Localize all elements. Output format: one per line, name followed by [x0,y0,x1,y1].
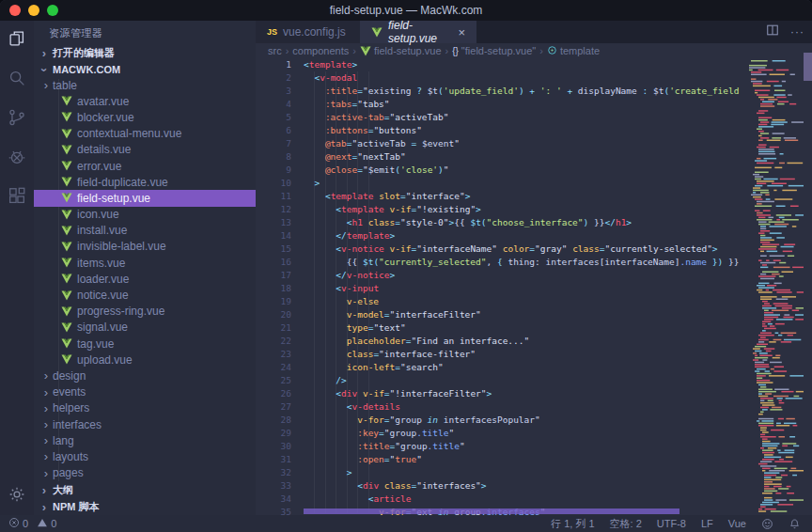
tree-file-tag.vue[interactable]: tag.vue [34,336,256,352]
vertical-scrollbar[interactable] [804,53,812,81]
activity-source-control[interactable] [0,100,34,139]
code-line-8[interactable]: 8 @next="nextTab" [256,150,812,164]
code-line-16[interactable]: 16 {{ $t("currently_selected", { thing: … [256,256,812,269]
tree-file-error.vue[interactable]: error.vue [34,158,256,174]
code-line-30[interactable]: 30 :title="group.title" [256,440,812,453]
cursor-position[interactable]: 行 1, 列 1 [551,517,594,531]
tree-file-loader.vue[interactable]: loader.vue [34,271,256,287]
tree-file-blocker.vue[interactable]: blocker.vue [34,109,256,125]
code-line-24[interactable]: 24 icon-left="search" [256,361,812,374]
code-line-1[interactable]: 1<template> [256,58,812,71]
code-line-9[interactable]: 9 @close="$emit('close')" [256,164,812,177]
tree-folder-lang[interactable]: ›lang [34,432,256,448]
code-line-23[interactable]: 23 class="interface-filter" [256,348,812,361]
eol-setting[interactable]: LF [701,518,713,529]
breadcrumb-item-field-setup.vue[interactable]: field-setup.vue [360,45,442,56]
indentation-setting[interactable]: 空格: 2 [610,517,642,531]
tree-file-details.vue[interactable]: details.vue [34,142,256,158]
vue-file-icon [360,46,371,56]
code-line-3[interactable]: 3 :title="existing ? $t('update_field') … [256,85,812,98]
code-line-32[interactable]: 32 > [256,466,812,479]
tab-field-setup-vue[interactable]: field-setup.vue × [360,21,476,43]
tree-folder-pages[interactable]: ›pages [34,465,256,481]
breadcrumb-item-src[interactable]: src [268,45,282,56]
tree-file-icon.vue[interactable]: icon.vue [34,207,256,223]
tree-folder-layouts[interactable]: ›layouts [34,448,256,464]
code-editor[interactable]: 1<template>2 <v-modal3 :title="existing … [256,58,812,515]
code-line-11[interactable]: 11 <template slot="interface"> [256,190,812,203]
code-line-18[interactable]: 18 <v-input [256,282,812,295]
vue-file-icon [61,306,72,317]
code-line-22[interactable]: 22 placeholder="Find an interface..." [256,335,812,348]
tree-folder-interfaces[interactable]: ›interfaces [34,416,256,432]
code-line-34[interactable]: 34 <article [256,493,812,506]
tree-file-notice.vue[interactable]: notice.vue [34,287,256,303]
code-line-15[interactable]: 15 <v-notice v-if="interfaceName" color=… [256,243,812,256]
tree-file-items.vue[interactable]: items.vue [34,255,256,271]
minimize-window-button[interactable] [28,5,39,16]
split-editor-icon[interactable] [766,23,779,40]
activity-explorer[interactable] [0,21,34,60]
code-line-12[interactable]: 12 <template v-if="!existing"> [256,203,812,216]
encoding-setting[interactable]: UTF-8 [657,518,686,529]
line-number: 20 [256,308,291,321]
outline-section[interactable]: › 大纲 [34,481,256,498]
code-line-13[interactable]: 13 <h1 class="style-0">{{ $t("choose_int… [256,216,812,229]
tree-file-contextual-menu.vue[interactable]: contextual-menu.vue [34,126,256,142]
tree-file-upload.vue[interactable]: upload.vue [34,352,256,368]
activity-extensions[interactable] [0,179,34,218]
tree-file-avatar.vue[interactable]: avatar.vue [34,93,256,109]
code-line-28[interactable]: 28 v-for="group in interfacesPopular" [256,414,812,427]
code-line-26[interactable]: 26 <div v-if="!interfaceFilter"> [256,387,812,400]
code-line-14[interactable]: 14 </template> [256,229,812,243]
code-line-20[interactable]: 20 v-model="interfaceFilter" [256,308,812,321]
npm-scripts-section[interactable]: › NPM 脚本 [34,498,256,515]
tab-vue-config-js[interactable]: JS vue.config.js [256,21,360,43]
close-tab-icon[interactable]: × [458,25,465,39]
code-line-29[interactable]: 29 :key="group.title" [256,427,812,440]
activity-search[interactable] [0,60,34,100]
minimap[interactable] [745,58,804,515]
line-number: 24 [256,361,291,374]
code-line-31[interactable]: 31 :open="true" [256,453,812,466]
code-line-33[interactable]: 33 <div class="interfaces"> [256,479,812,493]
activity-settings[interactable] [0,477,34,515]
more-actions-icon[interactable]: ··· [790,25,804,39]
code-line-10[interactable]: 10 > [256,177,812,190]
open-editors-section[interactable]: › 打开的编辑器 [34,44,256,61]
horizontal-scrollbar[interactable] [304,509,679,514]
tree-folder-design[interactable]: ›design [34,368,256,383]
code-line-7[interactable]: 7 @tab="activeTab = $event" [256,137,812,150]
workspace-root-section[interactable]: › MACWK.COM [34,61,256,78]
tree-folder-table[interactable]: ›table [34,77,256,93]
tree-file-invisible-label.vue[interactable]: invisible-label.vue [34,239,256,255]
code-line-17[interactable]: 17 </v-notice> [256,269,812,282]
tree-file-install.vue[interactable]: install.vue [34,223,256,239]
feedback-smiley-icon[interactable] [761,518,773,530]
breadcrumb-item-field-setup.vue[interactable]: {}"field-setup.vue" [452,45,536,56]
breadcrumb-item-template[interactable]: template [547,45,600,57]
breadcrumb-item-components[interactable]: components [292,45,349,56]
language-mode[interactable]: Vue [728,518,746,529]
notifications-bell-icon[interactable] [789,518,801,530]
code-line-2[interactable]: 2 <v-modal [256,71,812,85]
code-line-4[interactable]: 4 :tabs="tabs" [256,98,812,111]
problems-indicator[interactable]: 0 0 [8,517,56,530]
close-window-button[interactable] [9,5,21,16]
tree-folder-events[interactable]: ›events [34,384,256,400]
code-line-6[interactable]: 6 :buttons="buttons" [256,124,812,137]
activity-debug[interactable] [0,139,34,179]
code-line-25[interactable]: 25 /> [256,374,812,387]
code-lines: 1<template>2 <v-modal3 :title="existing … [256,58,812,515]
zoom-window-button[interactable] [47,5,58,16]
code-line-21[interactable]: 21 type="text" [256,321,812,335]
tree-folder-helpers[interactable]: ›helpers [34,400,256,416]
tree-file-progress-ring.vue[interactable]: progress-ring.vue [34,304,256,320]
code-line-27[interactable]: 27 <v-details [256,400,812,414]
tree-item-label: interfaces [53,418,102,431]
code-line-19[interactable]: 19 v-else [256,295,812,308]
tree-file-field-duplicate.vue[interactable]: field-duplicate.vue [34,174,256,190]
code-line-5[interactable]: 5 :active-tab="activeTab" [256,111,812,124]
tree-file-field-setup.vue[interactable]: field-setup.vue [34,190,256,206]
tree-file-signal.vue[interactable]: signal.vue [34,320,256,336]
